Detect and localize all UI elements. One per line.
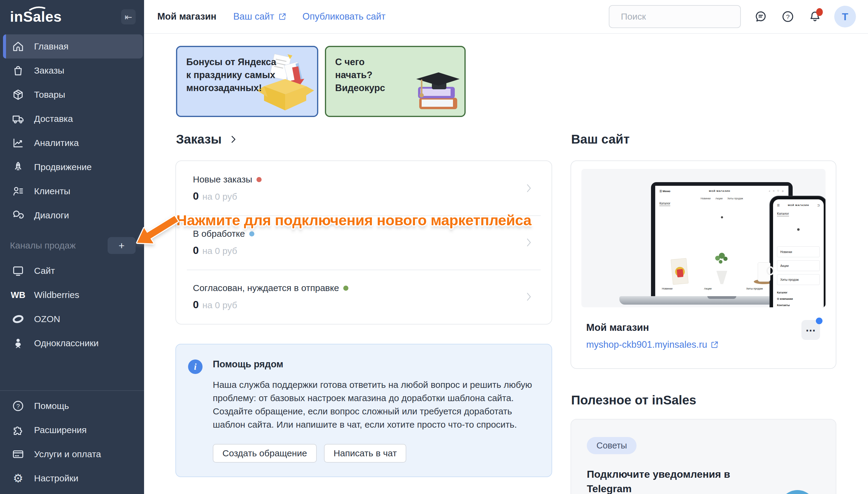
question-circle-icon: ?	[781, 10, 795, 23]
mockup-product-book: Новинки	[662, 254, 697, 290]
sidebar-item-label: Расширения	[34, 425, 86, 435]
sidebar-item-label: Настройки	[34, 473, 78, 483]
feedback-chat-button[interactable]	[753, 10, 768, 24]
gear-icon: ⚙	[11, 471, 25, 485]
phone-screen: ☰ МОЙ МАГАЗИН ⊐ Каталог Новинки Акции Хи…	[773, 200, 824, 307]
odnoklassniki-icon	[11, 336, 25, 350]
useful-header: Полезное от inSales	[571, 393, 836, 407]
sidebar-item-services[interactable]: Услуги и оплата	[0, 442, 144, 466]
your-site-label: Ваш сайт	[233, 11, 274, 22]
svg-text:?: ?	[16, 403, 20, 410]
notifications-button[interactable]	[808, 10, 822, 24]
chat-bubbles-icon	[11, 208, 25, 222]
sidebar-item-label: Wildberries	[34, 290, 79, 300]
sidebar-item-label: Товары	[34, 90, 65, 100]
orders-title: Заказы	[176, 132, 221, 147]
site-url-link[interactable]: myshop-ckb901.myinsales.ru	[586, 339, 821, 350]
ozon-icon	[11, 312, 25, 326]
order-info: В обработке 0на 0 руб	[193, 229, 254, 256]
sidebar-collapse-button[interactable]: ⇤	[121, 10, 136, 24]
books-graduation-illustration	[400, 56, 464, 116]
insales-logo: inSales	[10, 8, 62, 25]
mockup-products: Новинки Акции Хиты продаж	[659, 254, 784, 290]
svg-text:?: ?	[786, 13, 790, 20]
publish-site-link[interactable]: Опубликовать сайт	[302, 11, 386, 22]
order-row-approved[interactable]: Согласован, нуждается в отправке 0на 0 р…	[176, 270, 552, 324]
chevron-right-icon	[522, 182, 535, 194]
orders-card: Новые заказы 0на 0 руб В обработке 0на 0…	[175, 160, 552, 324]
sidebar-item-analytics[interactable]: Аналитика	[0, 131, 144, 155]
order-status-label: Новые заказы	[193, 174, 252, 185]
your-site-header: Ваш сайт	[571, 132, 836, 147]
sidebar-item-home[interactable]: Главная	[3, 34, 143, 58]
promo-banners: Бонусы от Яндекса к празднику самых мног…	[176, 46, 466, 117]
mockup-store-name: МОЙ МАГАЗИН	[788, 204, 809, 207]
sidebar-item-label: Заказы	[34, 65, 64, 76]
mockup-store-name: МОЙ МАГАЗИН	[709, 190, 730, 192]
avatar-initial: T	[842, 11, 848, 23]
useful-title: Полезное от inSales	[571, 393, 696, 407]
sidebar-item-help[interactable]: ? Помощь	[0, 394, 144, 418]
clients-icon	[11, 184, 25, 198]
notification-badge	[816, 8, 823, 16]
chat-bubble-icon	[754, 10, 768, 23]
external-link-icon	[710, 340, 719, 349]
site-more-button[interactable]: ...	[802, 320, 820, 340]
right-column: Ваш сайт ☰ Меню МОЙ МАГАЗИН ⌕ ○ ♡ ⊐ Нови…	[571, 132, 836, 494]
banner-yandex-bonus[interactable]: Бонусы от Яндекса к празднику самых мног…	[176, 46, 318, 117]
sidebar-nav: Главная Заказы Товары Доставка Аналитика…	[0, 34, 144, 227]
tips-card[interactable]: Советы Подключите уведомления в Telegram…	[571, 419, 836, 494]
package-icon	[11, 88, 25, 102]
sidebar-item-products[interactable]: Товары	[0, 83, 144, 107]
support-body: Наша служба поддержки готова ответить на…	[213, 378, 535, 431]
status-dot-red	[256, 177, 262, 182]
your-site-link[interactable]: Ваш сайт	[233, 11, 287, 22]
app-window: inSales ⇤ Главная Заказы Товары Доставка	[0, 0, 868, 494]
sidebar-item-wildberries[interactable]: WB Wildberries	[0, 283, 144, 307]
orders-header[interactable]: Заказы	[176, 132, 552, 147]
write-chat-button[interactable]: Написать в чат	[324, 444, 407, 463]
sidebar-item-extensions[interactable]: Расширения	[0, 418, 144, 442]
chevron-right-icon	[228, 134, 238, 145]
mockup-product-plant: Акции	[704, 254, 739, 290]
sidebar-item-delivery[interactable]: Доставка	[0, 107, 144, 131]
order-row-new[interactable]: Новые заказы 0на 0 руб	[176, 161, 552, 215]
sidebar-item-promotion[interactable]: Продвижение	[0, 155, 144, 179]
order-info: Согласован, нуждается в отправке 0на 0 р…	[193, 283, 349, 311]
mockup-burger-icon: ☰	[777, 204, 780, 207]
banner-video-course[interactable]: С чего начать? Видеокурс	[325, 46, 466, 117]
topbar: Мой магазин Ваш сайт Опубликовать сайт ?	[144, 0, 868, 34]
mockup-slider-dot	[721, 216, 723, 218]
sidebar-item-clients[interactable]: Клиенты	[0, 179, 144, 203]
sidebar-footer-nav: ? Помощь Расширения Услуги и оплата ⚙ На…	[0, 394, 144, 490]
mockup-header-icons: ⌕ ○ ♡ ⊐	[769, 189, 784, 193]
help-button[interactable]: ?	[781, 10, 795, 24]
sidebar: inSales ⇤ Главная Заказы Товары Доставка	[0, 0, 144, 494]
order-status-label: В обработке	[193, 229, 245, 239]
sidebar-item-ozon[interactable]: OZON	[0, 307, 144, 331]
order-info: Новые заказы 0на 0 руб	[193, 174, 262, 202]
annotation-text: Нажмите для подключения нового маркетпле…	[176, 212, 531, 229]
collapse-arrow-icon: ⇤	[124, 12, 132, 22]
external-link-icon	[278, 12, 287, 21]
mockup-footer-links: Каталог О компании Контакты Доставка	[777, 291, 820, 307]
sidebar-item-odnoklassniki[interactable]: Одноклассники	[0, 331, 144, 355]
avatar[interactable]: T	[834, 6, 856, 27]
sidebar-item-dialogs[interactable]: Диалоги	[0, 203, 144, 227]
site-url: myshop-ckb901.myinsales.ru	[586, 339, 707, 350]
search-input[interactable]	[621, 12, 737, 22]
wildberries-icon: WB	[11, 288, 25, 302]
sidebar-item-label: Аналитика	[34, 138, 79, 148]
sidebar-item-orders[interactable]: Заказы	[0, 58, 144, 83]
banner-title: С чего начать? Видеокурс	[335, 56, 401, 94]
order-amount: на 0 руб	[202, 191, 237, 202]
sidebar-item-site[interactable]: Сайт	[0, 259, 144, 283]
mockup-cart-icon: ⊐	[817, 204, 820, 207]
logo-accent-icon	[29, 5, 46, 11]
sidebar-item-label: Одноклассники	[34, 338, 99, 348]
monitor-icon	[11, 264, 25, 278]
search-box[interactable]	[609, 5, 741, 28]
main-area: Мой магазин Ваш сайт Опубликовать сайт ?	[144, 0, 868, 494]
create-ticket-button[interactable]: Создать обращение	[213, 444, 317, 463]
sidebar-item-settings[interactable]: ⚙ Настройки	[0, 466, 144, 490]
